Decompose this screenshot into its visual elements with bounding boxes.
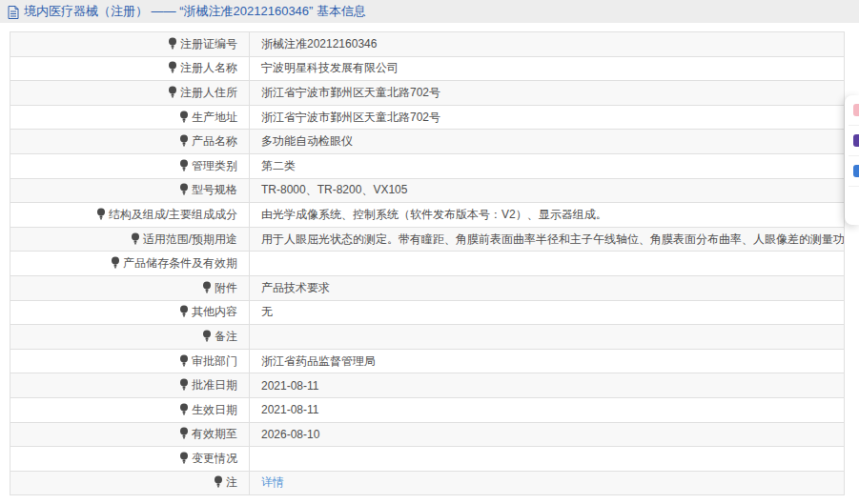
table-row: 产品储存条件及有效期 — [10, 252, 845, 276]
bulb-icon — [168, 86, 177, 101]
row-label-cell: 产品名称 — [10, 130, 250, 154]
table-row: 适用范围/预期用途 用于人眼屈光状态的测定。带有瞳距、角膜前表面曲率半径和主子午… — [10, 227, 845, 252]
side-widget-icon-2[interactable] — [853, 165, 859, 177]
side-widget-icon-0[interactable] — [853, 104, 859, 116]
row-value-cell: 产品技术要求 — [250, 275, 845, 300]
row-label: 结构及组成/主要组成成分 — [109, 208, 237, 221]
row-value-cell: 2026-08-10 — [250, 422, 845, 447]
row-value: 浙械注准20212160346 — [261, 37, 377, 50]
detail-link[interactable]: 详情 — [261, 475, 284, 489]
row-label: 产品储存条件及有效期 — [123, 256, 237, 270]
bulb-icon — [179, 134, 189, 150]
bulb-icon — [131, 232, 140, 248]
row-value: 第二类 — [261, 159, 296, 172]
row-label: 注册证编号 — [180, 37, 237, 50]
row-value-cell: 2021-08-11 — [250, 373, 845, 398]
row-value: 浙江省宁波市鄞州区天童北路702号 — [261, 86, 440, 99]
table-row: 产品名称 多功能自动检眼仪 — [10, 130, 845, 154]
divider — [849, 125, 859, 126]
table-row: 注 详情 详情 — [10, 471, 845, 495]
row-label: 注册人名称 — [180, 61, 237, 74]
row-value: 2021-08-11 — [261, 403, 319, 416]
side-widget-icon-1[interactable] — [853, 134, 859, 147]
row-value: 用于人眼屈光状态的测定。带有瞳距、角膜前表面曲率半径和主子午线轴位、角膜表面分布… — [261, 232, 845, 246]
table-row: 批准日期 2021-08-11 — [10, 373, 845, 398]
table-row: 有效期至 2026-08-10 — [10, 422, 845, 447]
row-label: 注册人住所 — [180, 86, 237, 99]
header-band: 境内医疗器械（注册） —— “浙械注准20212160346” 基本信息 — [0, 0, 859, 23]
bulb-icon — [179, 378, 189, 393]
row-label-cell: 备注 — [10, 325, 250, 350]
row-value-cell: 宁波明星科技发展有限公司 — [250, 56, 845, 81]
bulb-icon — [179, 183, 189, 198]
row-label-cell: 注册证编号 — [10, 32, 250, 57]
page-title: 境内医疗器械（注册） —— “浙械注准20212160346” 基本信息 — [24, 3, 366, 20]
row-value: 2021-08-11 — [261, 379, 319, 393]
bulb-icon — [179, 403, 189, 418]
row-value-cell: 浙江省宁波市鄞州区天童北路702号 — [250, 105, 845, 130]
row-label: 批准日期 — [192, 378, 237, 392]
row-value-cell: 浙江省药品监督管理局 — [250, 349, 845, 373]
row-label: 变更情况 — [192, 452, 237, 465]
table-row: 注册证编号 浙械注准20212160346 — [10, 32, 845, 57]
row-label-cell: 适用范围/预期用途 — [10, 227, 250, 252]
row-label: 型号规格 — [192, 183, 237, 196]
row-value-cell: TR-8000、TR-8200、VX105 — [250, 178, 845, 203]
bulb-icon — [168, 61, 177, 76]
row-label-cell: 结构及组成/主要组成成分 — [10, 203, 250, 228]
table-row: 审批部门 浙江省药品监督管理局 — [10, 349, 845, 373]
table-row: 其他内容 无 — [10, 300, 845, 325]
row-label: 有效期至 — [192, 427, 237, 440]
bulb-icon — [179, 111, 189, 126]
bulb-icon — [111, 256, 120, 272]
row-value-cell: 第二类 — [250, 153, 845, 178]
row-value-cell: 无 — [250, 300, 845, 325]
registration-info-table: 注册证编号 浙械注准20212160346 注册人名称 — [10, 31, 845, 495]
bulb-icon — [214, 475, 223, 491]
table-row: 备注 — [10, 325, 845, 350]
row-label: 其他内容 — [192, 305, 237, 318]
bulb-icon — [179, 427, 189, 442]
document-icon — [8, 6, 19, 19]
bulb-icon — [202, 281, 212, 296]
row-label-cell: 管理类别 — [10, 153, 250, 178]
row-value-cell: 浙械注准20212160346 — [250, 32, 845, 57]
row-label-cell: 审批部门 — [10, 349, 250, 373]
row-value-cell: 多功能自动检眼仪 — [250, 130, 845, 154]
bulb-icon — [168, 37, 177, 52]
row-label-cell: 型号规格 — [10, 178, 250, 203]
row-value-cell: 浙江省宁波市鄞州区天童北路702号 — [250, 81, 845, 106]
bulb-icon — [179, 452, 189, 467]
row-label-cell: 产品储存条件及有效期 — [10, 252, 250, 276]
table-row: 附件 产品技术要求 — [10, 275, 845, 300]
row-label-cell: 注册人住所 — [10, 81, 250, 106]
bulb-icon — [96, 208, 106, 223]
bulb-icon — [202, 330, 212, 345]
table-row: 生产地址 浙江省宁波市鄞州区天童北路702号 — [10, 105, 845, 130]
row-label-cell: 注 — [10, 471, 250, 495]
row-label-cell: 附件 — [10, 275, 250, 300]
row-label: 生产地址 — [192, 111, 237, 124]
table-row: 注册人名称 宁波明星科技发展有限公司 — [10, 56, 845, 81]
row-value: 浙江省宁波市鄞州区天童北路702号 — [261, 111, 440, 124]
row-value: 2026-08-10 — [261, 428, 319, 441]
table-row: 生效日期 2021-08-11 — [10, 397, 845, 422]
row-value: 由光学成像系统、控制系统（软件发布版本号：V2）、显示器组成。 — [261, 208, 607, 221]
row-value: 宁波明星科技发展有限公司 — [261, 61, 399, 74]
row-value-cell — [250, 325, 845, 350]
row-label: 附件 — [215, 281, 237, 294]
table-row: 结构及组成/主要组成成分 由光学成像系统、控制系统（软件发布版本号：V2）、显示… — [10, 203, 845, 228]
row-label-cell: 生产地址 — [10, 105, 250, 130]
table-row: 变更情况 — [10, 447, 845, 472]
divider — [849, 155, 859, 156]
bulb-icon — [179, 354, 189, 370]
row-label-cell: 其他内容 — [10, 300, 250, 325]
table-row: 管理类别 第二类 — [10, 153, 845, 178]
row-value: 产品技术要求 — [261, 281, 330, 294]
row-value-cell: 2021-08-11 — [250, 397, 845, 422]
row-value-cell: 由光学成像系统、控制系统（软件发布版本号：V2）、显示器组成。 — [250, 203, 845, 228]
row-label: 适用范围/预期用途 — [143, 232, 237, 246]
row-label-cell: 变更情况 — [10, 447, 250, 472]
row-label: 产品名称 — [192, 134, 237, 148]
row-label: 生效日期 — [192, 403, 237, 416]
